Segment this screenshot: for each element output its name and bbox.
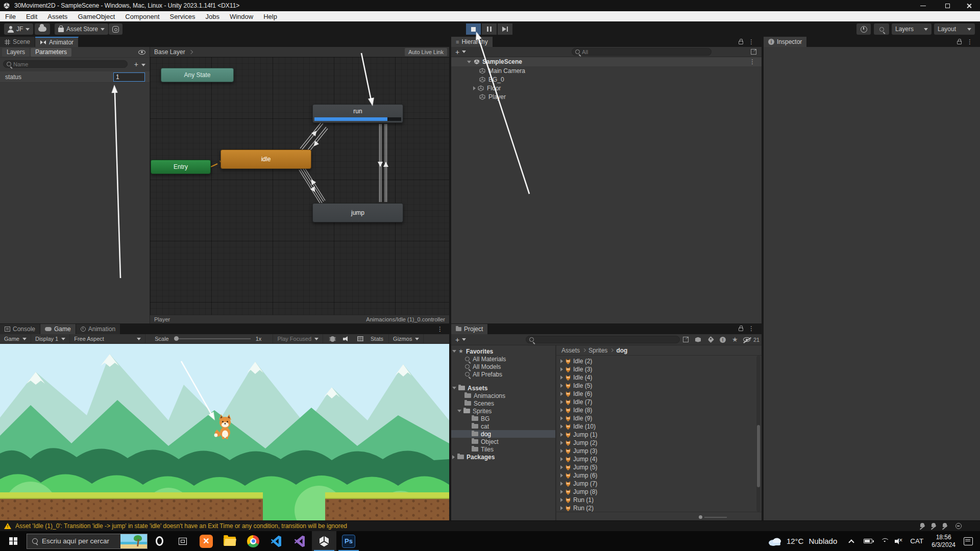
project-file-row[interactable]: Jump (7): [556, 480, 755, 488]
warning-message[interactable]: Asset 'Idle (1)_0': Transition 'idle -> …: [15, 522, 347, 530]
notifications-muted-icon[interactable]: [930, 522, 937, 529]
lock-icon[interactable]: [739, 328, 743, 331]
pause-button[interactable]: [482, 23, 497, 35]
parameters-subtab[interactable]: Parameters: [31, 48, 71, 57]
project-file-row[interactable]: Jump (1): [556, 431, 755, 439]
tree-item-sprites[interactable]: Sprites: [451, 407, 555, 415]
asset-store-dropdown[interactable]: Asset Store: [55, 23, 108, 35]
state-node-idle[interactable]: idle: [220, 149, 311, 169]
taskbar-visualstudio[interactable]: [288, 531, 312, 551]
project-file-row[interactable]: Idle (5): [556, 382, 755, 390]
expand-arrow-icon[interactable]: [452, 455, 455, 459]
tab-project[interactable]: Project: [451, 324, 488, 334]
project-file-row[interactable]: Idle (4): [556, 373, 755, 382]
hierarchy-item-player[interactable]: Player: [451, 92, 762, 101]
keyboard-layout[interactable]: CAT: [910, 537, 923, 545]
weather-temperature[interactable]: 12°C: [787, 537, 804, 545]
audio-mute-icon[interactable]: [343, 336, 350, 342]
expand-arrow-icon[interactable]: [473, 86, 476, 90]
tab-animation[interactable]: Animation: [76, 324, 120, 334]
expand-arrow-icon[interactable]: [452, 350, 456, 353]
expand-arrow-icon[interactable]: [560, 457, 563, 461]
global-search-button[interactable]: [874, 23, 889, 35]
lock-icon[interactable]: [739, 41, 743, 44]
taskbar-search[interactable]: Escriu aquí per cercar: [27, 534, 148, 549]
parameter-search[interactable]: [3, 60, 128, 68]
project-search-input[interactable]: [536, 337, 676, 343]
hierarchy-search[interactable]: [572, 48, 712, 56]
chevron-down-icon[interactable]: [462, 338, 466, 341]
tray-expand-icon[interactable]: [849, 539, 854, 545]
project-search[interactable]: [526, 336, 680, 343]
taskbar-opera[interactable]: [148, 531, 171, 551]
project-file-row[interactable]: Jump (4): [556, 455, 755, 463]
add-parameter-button[interactable]: [134, 61, 138, 68]
tab-game[interactable]: Game: [40, 324, 76, 334]
parameter-row[interactable]: status: [0, 71, 150, 83]
project-file-row[interactable]: Idle (10): [556, 422, 755, 431]
weather-condition[interactable]: Nublado: [808, 537, 837, 545]
kebab-menu-icon[interactable]: [437, 326, 443, 332]
open-window-icon[interactable]: [683, 337, 689, 342]
package-filter-icon[interactable]: [695, 337, 701, 342]
scrollbar-thumb[interactable]: [757, 425, 760, 487]
expand-arrow-icon[interactable]: [560, 416, 563, 420]
battery-icon[interactable]: [864, 539, 872, 543]
tree-item-bg[interactable]: BG: [451, 415, 555, 422]
minimize-button[interactable]: [912, 0, 934, 11]
display-dropdown[interactable]: Display 1: [31, 334, 70, 344]
breadcrumb-sprites[interactable]: Sprites: [589, 347, 607, 354]
hierarchy-item-bg0[interactable]: BG_0: [451, 75, 762, 84]
tree-item-all-materials[interactable]: All Materials: [451, 355, 555, 363]
tree-item-assets[interactable]: Assets: [451, 384, 555, 392]
layers-subtab[interactable]: Layers: [2, 48, 30, 57]
tree-item-tiles[interactable]: Tiles: [451, 445, 555, 453]
expand-arrow-icon[interactable]: [560, 359, 563, 363]
menu-item[interactable]: Services: [165, 13, 201, 20]
tree-item-animacions[interactable]: Animacions: [451, 392, 555, 399]
hidden-count-icon[interactable]: [743, 337, 750, 342]
menu-item[interactable]: GameObject: [72, 13, 120, 20]
alert-filter-icon[interactable]: !: [720, 337, 726, 343]
scale-slider[interactable]: [174, 338, 251, 339]
expand-arrow-icon[interactable]: [560, 465, 563, 469]
menu-item[interactable]: Assets: [42, 13, 72, 20]
expand-arrow-icon[interactable]: [560, 400, 563, 404]
expand-arrow-icon[interactable]: [560, 433, 563, 437]
open-window-icon[interactable]: [751, 49, 756, 55]
expand-arrow-icon[interactable]: [560, 498, 563, 502]
breadcrumb[interactable]: Base Layer: [154, 48, 185, 56]
vsync-grid-icon[interactable]: [357, 336, 363, 341]
expand-arrow-icon[interactable]: [560, 424, 563, 429]
create-asset-button[interactable]: [455, 336, 459, 343]
search-highlight-image[interactable]: [120, 534, 147, 548]
stats-button[interactable]: Stats: [371, 336, 383, 342]
kebab-menu-icon[interactable]: [967, 39, 973, 45]
hierarchy-search-input[interactable]: [582, 49, 708, 55]
kebab-menu-icon[interactable]: [748, 325, 754, 332]
expand-arrow-icon[interactable]: [560, 384, 563, 388]
chevron-down-icon[interactable]: [141, 64, 145, 66]
file-list-scrollbar[interactable]: [756, 356, 761, 512]
tab-hierarchy[interactable]: ≡ Hierarchy: [451, 37, 493, 47]
expand-arrow-icon[interactable]: [560, 482, 563, 486]
project-file-row[interactable]: Jump (2): [556, 439, 755, 447]
scale-slider-knob[interactable]: [174, 336, 179, 341]
project-file-row[interactable]: Idle (2): [556, 357, 755, 365]
expand-arrow-icon[interactable]: [457, 410, 461, 412]
add-object-button[interactable]: [455, 48, 459, 56]
expand-arrow-icon[interactable]: [452, 387, 456, 389]
close-button[interactable]: [958, 0, 980, 11]
project-file-row[interactable]: Run (1): [556, 496, 755, 504]
game-viewport[interactable]: [0, 344, 449, 520]
breadcrumb-dog[interactable]: dog: [616, 347, 627, 354]
notification-center-icon[interactable]: [964, 537, 973, 545]
expand-arrow-icon[interactable]: [560, 490, 563, 494]
project-file-row[interactable]: Jump (5): [556, 463, 755, 471]
play-focused-dropdown[interactable]: Play Focused: [273, 334, 323, 344]
parameter-search-input[interactable]: [13, 61, 124, 67]
aspect-dropdown[interactable]: Free Aspect: [70, 334, 145, 344]
menu-item[interactable]: Edit: [21, 13, 42, 20]
state-node-run[interactable]: run: [312, 104, 403, 123]
auto-live-link-button[interactable]: Auto Live Link: [405, 48, 447, 56]
